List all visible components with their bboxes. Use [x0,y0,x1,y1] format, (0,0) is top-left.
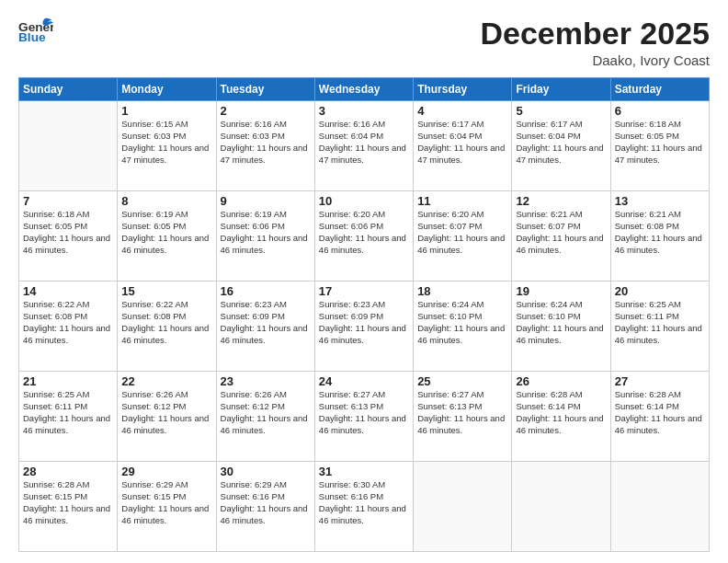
calendar-cell: 18Sunrise: 6:24 AM Sunset: 6:10 PM Dayli… [414,282,512,372]
day-info: Sunrise: 6:29 AM Sunset: 6:16 PM Dayligh… [221,479,311,526]
day-info: Sunrise: 6:29 AM Sunset: 6:15 PM Dayligh… [121,479,211,526]
day-number: 6 [615,104,705,118]
day-info: Sunrise: 6:25 AM Sunset: 6:11 PM Dayligh… [23,389,113,436]
day-number: 19 [516,284,606,298]
day-info: Sunrise: 6:18 AM Sunset: 6:05 PM Dayligh… [615,119,705,166]
week-row-3: 21Sunrise: 6:25 AM Sunset: 6:11 PM Dayli… [19,372,710,462]
day-number: 30 [221,465,311,478]
calendar-cell: 25Sunrise: 6:27 AM Sunset: 6:13 PM Dayli… [414,372,512,462]
day-info: Sunrise: 6:21 AM Sunset: 6:07 PM Dayligh… [516,209,606,256]
day-number: 9 [221,194,311,208]
day-info: Sunrise: 6:19 AM Sunset: 6:05 PM Dayligh… [121,209,211,256]
weekday-header-saturday: Saturday [610,78,709,101]
day-number: 26 [516,374,606,388]
calendar-cell: 30Sunrise: 6:29 AM Sunset: 6:16 PM Dayli… [216,462,314,552]
day-info: Sunrise: 6:30 AM Sunset: 6:16 PM Dayligh… [319,479,409,526]
day-number: 15 [121,284,211,298]
calendar-table: SundayMondayTuesdayWednesdayThursdayFrid… [18,77,710,552]
weekday-header-sunday: Sunday [19,78,118,101]
day-number: 5 [516,104,606,118]
calendar-cell: 28Sunrise: 6:28 AM Sunset: 6:15 PM Dayli… [19,462,118,552]
day-info: Sunrise: 6:26 AM Sunset: 6:12 PM Dayligh… [221,389,311,436]
day-number: 16 [221,284,311,298]
day-number: 10 [319,194,409,208]
calendar-cell: 2Sunrise: 6:16 AM Sunset: 6:03 PM Daylig… [216,101,314,191]
svg-text:Blue: Blue [18,30,46,44]
weekday-header-monday: Monday [118,78,216,101]
calendar-cell: 31Sunrise: 6:30 AM Sunset: 6:16 PM Dayli… [314,462,413,552]
calendar-cell: 8Sunrise: 6:19 AM Sunset: 6:05 PM Daylig… [118,191,216,282]
calendar-cell: 3Sunrise: 6:16 AM Sunset: 6:04 PM Daylig… [314,101,413,191]
weekday-header-wednesday: Wednesday [314,78,413,101]
calendar-cell: 10Sunrise: 6:20 AM Sunset: 6:06 PM Dayli… [314,191,413,282]
calendar-cell: 20Sunrise: 6:25 AM Sunset: 6:11 PM Dayli… [610,282,709,372]
week-row-4: 28Sunrise: 6:28 AM Sunset: 6:15 PM Dayli… [19,462,710,552]
calendar-cell: 14Sunrise: 6:22 AM Sunset: 6:08 PM Dayli… [19,282,118,372]
day-info: Sunrise: 6:23 AM Sunset: 6:09 PM Dayligh… [319,299,409,346]
day-info: Sunrise: 6:15 AM Sunset: 6:03 PM Dayligh… [121,119,211,166]
day-info: Sunrise: 6:25 AM Sunset: 6:11 PM Dayligh… [615,299,705,346]
calendar-cell: 24Sunrise: 6:27 AM Sunset: 6:13 PM Dayli… [314,372,413,462]
calendar-cell: 4Sunrise: 6:17 AM Sunset: 6:04 PM Daylig… [414,101,512,191]
calendar-page: General Blue December 2025 Daako, Ivory … [0,0,728,563]
weekday-header-row: SundayMondayTuesdayWednesdayThursdayFrid… [19,78,710,101]
calendar-cell: 12Sunrise: 6:21 AM Sunset: 6:07 PM Dayli… [512,191,610,282]
day-number: 24 [319,374,409,388]
calendar-cell: 7Sunrise: 6:18 AM Sunset: 6:05 PM Daylig… [19,191,118,282]
day-info: Sunrise: 6:17 AM Sunset: 6:04 PM Dayligh… [516,119,606,166]
calendar-cell: 17Sunrise: 6:23 AM Sunset: 6:09 PM Dayli… [314,282,413,372]
day-number: 21 [23,374,113,388]
calendar-cell: 27Sunrise: 6:28 AM Sunset: 6:14 PM Dayli… [610,372,709,462]
day-number: 17 [319,284,409,298]
day-info: Sunrise: 6:17 AM Sunset: 6:04 PM Dayligh… [417,119,507,166]
day-number: 14 [23,284,113,298]
calendar-cell: 11Sunrise: 6:20 AM Sunset: 6:07 PM Dayli… [414,191,512,282]
day-info: Sunrise: 6:24 AM Sunset: 6:10 PM Dayligh… [417,299,507,346]
calendar-cell [414,462,512,552]
calendar-cell: 15Sunrise: 6:22 AM Sunset: 6:08 PM Dayli… [118,282,216,372]
day-number: 25 [417,374,507,388]
header: General Blue December 2025 Daako, Ivory … [18,17,710,68]
weekday-header-tuesday: Tuesday [216,78,314,101]
calendar-cell: 13Sunrise: 6:21 AM Sunset: 6:08 PM Dayli… [610,191,709,282]
month-title: December 2025 [480,17,710,51]
day-number: 29 [121,465,211,478]
day-number: 28 [23,465,113,478]
day-info: Sunrise: 6:24 AM Sunset: 6:10 PM Dayligh… [516,299,606,346]
day-number: 8 [121,194,211,208]
day-number: 20 [615,284,705,298]
week-row-0: 1Sunrise: 6:15 AM Sunset: 6:03 PM Daylig… [19,101,710,191]
day-info: Sunrise: 6:22 AM Sunset: 6:08 PM Dayligh… [23,299,113,346]
calendar-cell [19,101,118,191]
day-number: 31 [319,465,409,478]
weekday-header-friday: Friday [512,78,610,101]
calendar-cell [512,462,610,552]
day-number: 4 [417,104,507,118]
calendar-cell: 6Sunrise: 6:18 AM Sunset: 6:05 PM Daylig… [610,101,709,191]
calendar-cell [610,462,709,552]
day-info: Sunrise: 6:27 AM Sunset: 6:13 PM Dayligh… [319,389,409,436]
day-info: Sunrise: 6:22 AM Sunset: 6:08 PM Dayligh… [121,299,211,346]
day-info: Sunrise: 6:21 AM Sunset: 6:08 PM Dayligh… [615,209,705,256]
day-number: 23 [221,374,311,388]
day-info: Sunrise: 6:19 AM Sunset: 6:06 PM Dayligh… [221,209,311,256]
week-row-1: 7Sunrise: 6:18 AM Sunset: 6:05 PM Daylig… [19,191,710,282]
day-number: 18 [417,284,507,298]
day-info: Sunrise: 6:28 AM Sunset: 6:14 PM Dayligh… [615,389,705,436]
calendar-cell: 16Sunrise: 6:23 AM Sunset: 6:09 PM Dayli… [216,282,314,372]
day-number: 27 [615,374,705,388]
day-info: Sunrise: 6:16 AM Sunset: 6:04 PM Dayligh… [319,119,409,166]
day-number: 1 [121,104,211,118]
calendar-cell: 19Sunrise: 6:24 AM Sunset: 6:10 PM Dayli… [512,282,610,372]
week-row-2: 14Sunrise: 6:22 AM Sunset: 6:08 PM Dayli… [19,282,710,372]
day-number: 13 [615,194,705,208]
weekday-header-thursday: Thursday [414,78,512,101]
calendar-cell: 5Sunrise: 6:17 AM Sunset: 6:04 PM Daylig… [512,101,610,191]
day-number: 12 [516,194,606,208]
day-info: Sunrise: 6:23 AM Sunset: 6:09 PM Dayligh… [221,299,311,346]
day-number: 11 [417,194,507,208]
day-info: Sunrise: 6:18 AM Sunset: 6:05 PM Dayligh… [23,209,113,256]
day-info: Sunrise: 6:20 AM Sunset: 6:06 PM Dayligh… [319,209,409,256]
day-number: 7 [23,194,113,208]
day-info: Sunrise: 6:28 AM Sunset: 6:14 PM Dayligh… [516,389,606,436]
